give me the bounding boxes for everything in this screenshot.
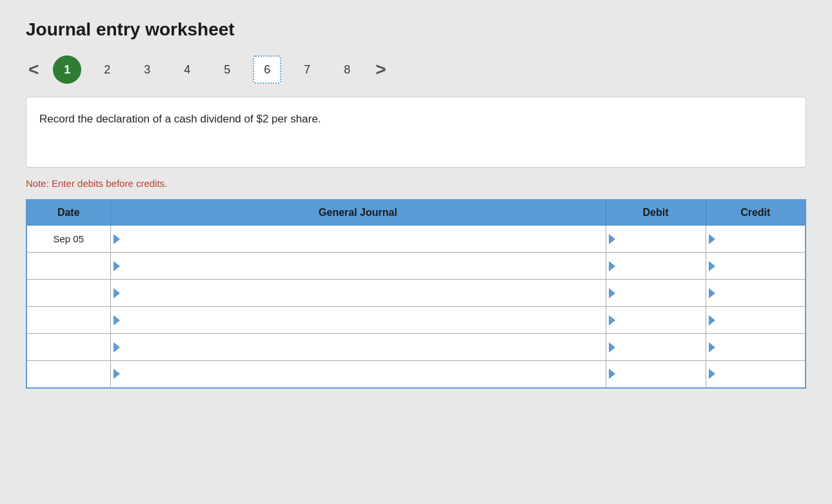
gj-cell-1[interactable] <box>110 226 606 253</box>
credit-cell-6[interactable] <box>706 361 806 388</box>
arrow-icon <box>709 288 715 298</box>
table-row <box>26 307 806 334</box>
nav-item-8[interactable]: 8 <box>333 55 361 84</box>
page-title: Journal entry worksheet <box>26 19 806 40</box>
arrow-icon <box>114 288 120 298</box>
gj-cell-4[interactable] <box>110 307 606 334</box>
arrow-icon <box>709 342 715 353</box>
arrow-icon <box>609 288 615 298</box>
table-row <box>26 361 806 388</box>
credit-cell-3[interactable] <box>706 280 806 307</box>
description-box: Record the declaration of a cash dividen… <box>26 97 806 168</box>
credit-cell-5[interactable] <box>706 334 806 361</box>
arrow-icon <box>114 261 120 271</box>
date-cell-2 <box>26 253 110 280</box>
date-cell-1: Sep 05 <box>26 226 110 253</box>
arrow-icon <box>114 369 120 379</box>
next-arrow[interactable]: > <box>373 59 388 80</box>
date-cell-3 <box>26 280 110 307</box>
arrow-icon <box>114 342 120 353</box>
header-date: Date <box>26 200 110 226</box>
nav-item-6[interactable]: 6 <box>253 55 281 84</box>
navigation-row: < 1 2 3 4 5 6 7 8 > <box>26 55 806 84</box>
arrow-icon <box>114 234 120 244</box>
gj-cell-3[interactable] <box>110 280 606 307</box>
date-cell-6 <box>26 361 110 388</box>
debit-cell-3[interactable] <box>606 280 706 307</box>
date-cell-5 <box>26 334 110 361</box>
debit-cell-1[interactable] <box>606 226 706 253</box>
header-debit: Debit <box>606 200 706 226</box>
arrow-icon <box>709 369 715 379</box>
debit-cell-5[interactable] <box>606 334 706 361</box>
credit-cell-4[interactable] <box>706 307 806 334</box>
prev-arrow[interactable]: < <box>26 59 41 80</box>
arrow-icon <box>114 315 120 325</box>
header-general-journal: General Journal <box>110 200 606 226</box>
date-cell-4 <box>26 307 110 334</box>
arrow-icon <box>709 315 715 325</box>
note-text: Note: Enter debits before credits. <box>26 178 806 189</box>
description-text: Record the declaration of a cash dividen… <box>39 113 321 125</box>
nav-item-2[interactable]: 2 <box>93 55 121 84</box>
arrow-icon <box>609 234 615 244</box>
nav-item-5[interactable]: 5 <box>213 55 241 84</box>
arrow-icon <box>609 315 615 325</box>
nav-item-4[interactable]: 4 <box>173 55 201 84</box>
arrow-icon <box>609 261 615 271</box>
nav-item-3[interactable]: 3 <box>133 55 161 84</box>
nav-item-1[interactable]: 1 <box>53 55 81 84</box>
gj-cell-2[interactable] <box>110 253 606 280</box>
credit-cell-2[interactable] <box>706 253 806 280</box>
gj-cell-6[interactable] <box>110 361 606 388</box>
debit-cell-4[interactable] <box>606 307 706 334</box>
arrow-icon <box>709 261 715 271</box>
journal-table: Date General Journal Debit Credit Sep 05 <box>26 199 806 389</box>
gj-cell-5[interactable] <box>110 334 606 361</box>
table-row <box>26 280 806 307</box>
arrow-icon <box>609 369 615 379</box>
arrow-icon <box>709 234 715 244</box>
arrow-icon <box>609 342 615 353</box>
table-row <box>26 334 806 361</box>
debit-cell-6[interactable] <box>606 361 706 388</box>
credit-cell-1[interactable] <box>706 226 806 253</box>
table-row: Sep 05 <box>26 226 806 253</box>
nav-item-7[interactable]: 7 <box>293 55 321 84</box>
debit-cell-2[interactable] <box>606 253 706 280</box>
header-credit: Credit <box>706 200 806 226</box>
table-row <box>26 253 806 280</box>
